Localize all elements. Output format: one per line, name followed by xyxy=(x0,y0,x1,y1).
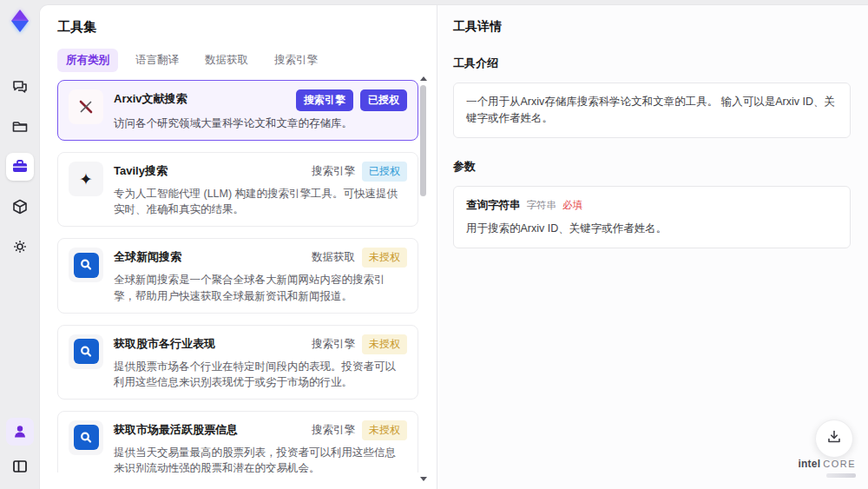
tools-panel: 工具集 所有类别 语言翻译 数据获取 搜索引擎 Arxiv文献搜索 搜索引擎 已… xyxy=(40,5,437,489)
tool-name: 全球新闻搜索 xyxy=(114,248,181,265)
brand-intel: intel xyxy=(799,458,821,470)
params-heading: 参数 xyxy=(453,159,851,175)
tool-description: 访问各个研究领域大量科学论文和文章的存储库。 xyxy=(114,116,407,131)
tool-card[interactable]: Arxiv文献搜索 搜索引擎 已授权 访问各个研究领域大量科学论文和文章的存储库… xyxy=(57,80,418,141)
download-button[interactable] xyxy=(815,420,853,458)
arxiv-logo-icon xyxy=(69,89,103,124)
tool-card[interactable]: 获取市场最活跃股票信息 搜索引擎 未授权 提供当天交易量最高的股票列表，投资者可… xyxy=(57,411,418,472)
scroll-up-arrow-icon[interactable] xyxy=(420,76,427,81)
news-search-icon xyxy=(69,248,103,282)
tool-list: Arxiv文献搜索 搜索引擎 已授权 访问各个研究领域大量科学论文和文章的存储库… xyxy=(57,80,418,472)
intro-box: 一个用于从Arxiv存储库搜索科学论文和文章的工具。 输入可以是Arxiv ID… xyxy=(453,83,851,138)
tool-card[interactable]: 全球新闻搜索 数据获取 未授权 全球新闻搜索是一个聚合全球各大新闻网站内容的搜索… xyxy=(57,238,418,313)
download-icon xyxy=(825,428,843,449)
sidebar-item-models[interactable] xyxy=(6,193,34,221)
sidebar-item-files[interactable] xyxy=(6,113,34,141)
category-badge: 搜索引擎 xyxy=(296,89,353,111)
gear-icon xyxy=(10,237,30,256)
sidebar-item-tools[interactable] xyxy=(6,153,34,181)
user-icon xyxy=(11,423,29,440)
parameter-header: 查询字符串 字符串 必填 xyxy=(466,197,838,214)
tool-description: 提供当天交易量最高的股票列表，投资者可以利用这些信息来识别流动性强的股票和潜在的… xyxy=(114,445,407,472)
category-badge: 搜索引擎 xyxy=(312,423,355,438)
auth-status-badge: 未授权 xyxy=(362,334,407,354)
parameter-box: 查询字符串 字符串 必填 用于搜索的Arxiv ID、关键字或作者姓名。 xyxy=(453,186,851,249)
scrollbar-thumb[interactable] xyxy=(420,85,426,196)
chat-icon xyxy=(10,77,30,96)
tab-search-engine[interactable]: 搜索引擎 xyxy=(266,49,326,72)
sidebar-item-panel-toggle[interactable] xyxy=(6,453,34,480)
auth-status-badge: 已授权 xyxy=(360,89,407,111)
category-tabs: 所有类别 语言翻译 数据获取 搜索引擎 xyxy=(57,49,437,72)
tool-card[interactable]: 获取股市各行业表现 搜索引擎 未授权 提供股票市场各个行业在特定时间段内的表现。… xyxy=(57,325,418,400)
tavily-star-icon: ✦ xyxy=(69,162,103,196)
folder-icon xyxy=(10,117,30,136)
tool-name: Arxiv文献搜索 xyxy=(114,89,187,107)
panel-layout-icon xyxy=(11,458,29,475)
sidebar-item-user[interactable] xyxy=(6,418,34,446)
gem-logo-icon xyxy=(11,10,29,21)
tool-description: 提供股票市场各个行业在特定时间段内的表现。投资者可以利用这些信息来识别表现优于或… xyxy=(114,359,407,390)
news-search-icon xyxy=(69,420,103,455)
sidebar-item-chat[interactable] xyxy=(6,73,34,101)
category-badge: 搜索引擎 xyxy=(312,337,355,352)
scroll-down-arrow-icon[interactable] xyxy=(420,477,427,481)
tool-description: 全球新闻搜索是一个聚合全球各大新闻网站内容的搜索引擎，帮助用户快速获取全球最新资… xyxy=(114,272,407,303)
required-badge: 必填 xyxy=(562,198,582,213)
list-scrollbar[interactable] xyxy=(419,76,428,481)
app-logo[interactable] xyxy=(5,7,35,36)
tool-name: 获取股市各行业表现 xyxy=(114,334,215,352)
category-badge: 搜索引擎 xyxy=(312,164,355,179)
sidebar-bottom xyxy=(6,418,34,480)
sidebar-nav xyxy=(6,73,34,261)
tool-description: 专为人工智能代理 (LLM) 构建的搜索引擎工具。可快速提供实时、准确和真实的结… xyxy=(114,186,407,217)
intel-core-logo: intelCORE xyxy=(799,455,856,478)
parameter-description: 用于搜索的Arxiv ID、关键字或作者姓名。 xyxy=(466,221,838,237)
tab-all-categories[interactable]: 所有类别 xyxy=(57,49,118,72)
cube-icon xyxy=(10,197,30,216)
intro-text: 一个用于从Arxiv存储库搜索科学论文和文章的工具。 输入可以是Arxiv ID… xyxy=(466,96,835,124)
intro-heading: 工具介绍 xyxy=(453,56,851,71)
parameter-name: 查询字符串 xyxy=(466,197,521,214)
parameter-type: 字符串 xyxy=(527,198,557,213)
news-search-icon xyxy=(69,334,103,369)
briefcase-icon xyxy=(10,157,30,176)
category-badge: 数据获取 xyxy=(312,250,355,265)
auth-status-badge: 已授权 xyxy=(362,162,407,182)
auth-status-badge: 未授权 xyxy=(362,420,407,440)
tab-language-translation[interactable]: 语言翻译 xyxy=(127,49,187,72)
brand-core: CORE xyxy=(823,459,856,469)
page-title: 工具集 xyxy=(57,19,437,36)
details-title: 工具详情 xyxy=(453,19,851,35)
tool-name: Tavily搜索 xyxy=(114,162,168,179)
auth-status-badge: 未授权 xyxy=(362,248,407,268)
sidebar-rail xyxy=(0,0,39,489)
tool-details-panel: 工具详情 工具介绍 一个用于从Arxiv存储库搜索科学论文和文章的工具。 输入可… xyxy=(437,5,868,489)
tool-card[interactable]: ✦ Tavily搜索 搜索引擎 已授权 专为人工智能代理 (LLM) 构建的搜索… xyxy=(57,152,418,227)
tool-name: 获取市场最活跃股票信息 xyxy=(114,420,238,438)
brand-bar xyxy=(826,473,856,478)
sidebar-item-settings[interactable] xyxy=(6,233,34,261)
main-content: 工具集 所有类别 语言翻译 数据获取 搜索引擎 Arxiv文献搜索 搜索引擎 已… xyxy=(39,4,868,489)
tab-data-fetching[interactable]: 数据获取 xyxy=(196,49,257,72)
